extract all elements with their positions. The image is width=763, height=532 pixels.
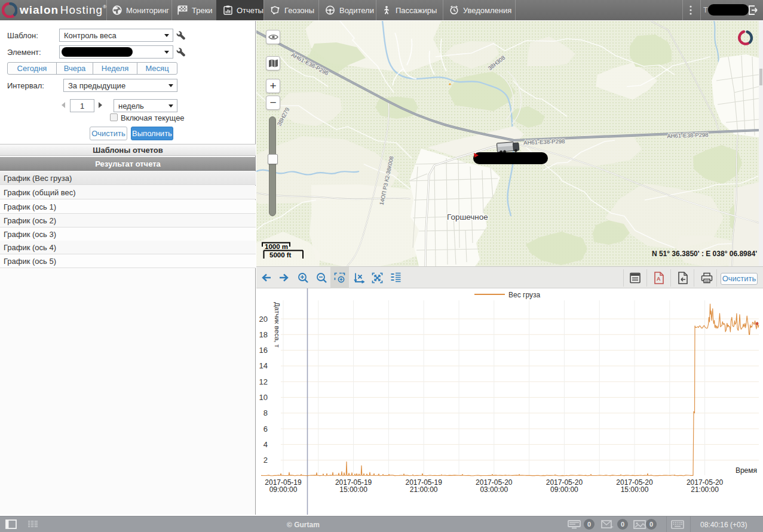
svg-text:18: 18 <box>259 330 268 339</box>
svg-text:14: 14 <box>259 361 268 370</box>
svg-text:15:00:00: 15:00:00 <box>339 485 367 494</box>
svg-text:12: 12 <box>259 377 268 386</box>
svg-text:4: 4 <box>263 440 268 449</box>
svg-text:20: 20 <box>259 315 268 324</box>
svg-text:10: 10 <box>259 393 268 402</box>
svg-text:Время: Время <box>736 466 757 475</box>
svg-text:21:00:00: 21:00:00 <box>691 485 719 494</box>
svg-text:Горшечное: Горшечное <box>447 213 488 222</box>
svg-text:5000 ft: 5000 ft <box>269 251 292 259</box>
svg-text:Вес груза: Вес груза <box>508 291 540 299</box>
svg-text:2: 2 <box>263 456 268 465</box>
svg-text:8: 8 <box>263 408 268 417</box>
svg-text:6: 6 <box>263 425 268 433</box>
svg-text:1000 m: 1000 m <box>265 243 288 250</box>
svg-text:21:00:00: 21:00:00 <box>410 485 438 494</box>
svg-text:A: A <box>657 276 661 282</box>
svg-text:16: 16 <box>259 346 268 355</box>
svg-text:15:00:00: 15:00:00 <box>621 485 649 494</box>
svg-text:03:00:00: 03:00:00 <box>480 485 508 494</box>
svg-text:09:00:00: 09:00:00 <box>269 485 298 494</box>
svg-text:09:00:00: 09:00:00 <box>550 485 578 494</box>
svg-text:Датчик веса, т: Датчик веса, т <box>274 302 281 348</box>
